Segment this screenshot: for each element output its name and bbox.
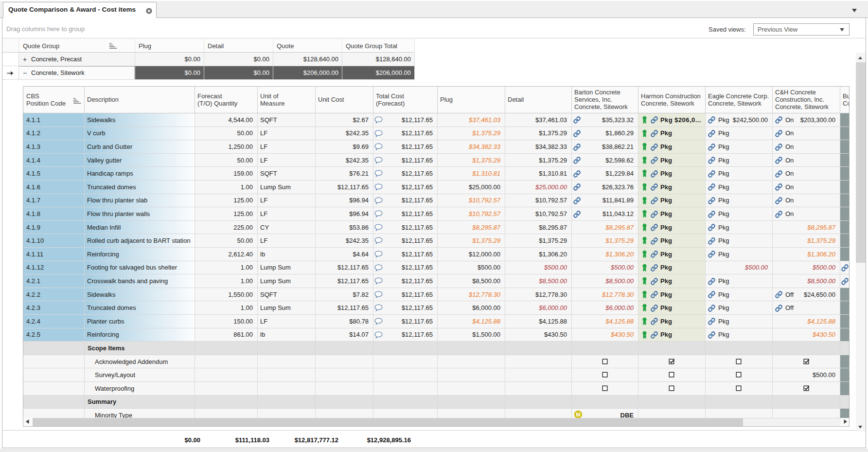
svg-text:M: M [576,412,580,417]
